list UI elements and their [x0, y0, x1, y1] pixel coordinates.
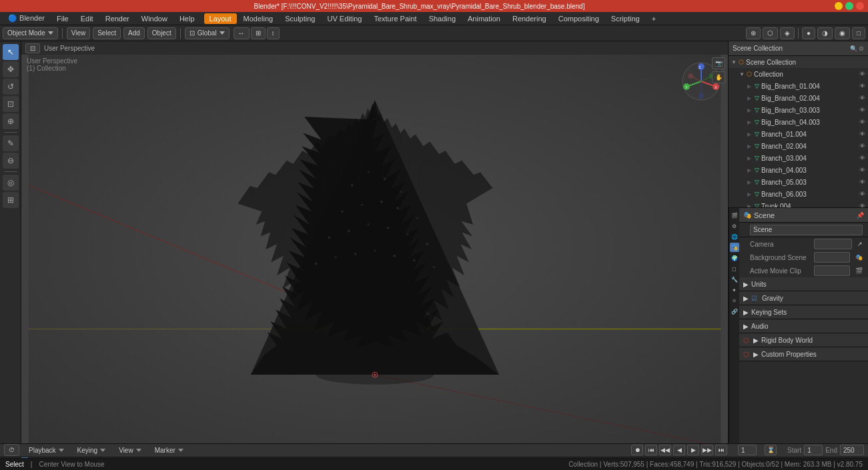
shading-render[interactable]: ◉	[835, 27, 850, 39]
timeline-type-btn[interactable]: ⏱	[4, 444, 19, 456]
toolbar-select[interactable]: Select	[93, 27, 121, 39]
outliner-item-branch5[interactable]: ▶ ▽ Branch_05.003 👁	[729, 176, 868, 188]
tab-animation[interactable]: Animation	[462, 13, 506, 24]
branch4-visibility[interactable]: 👁	[859, 167, 865, 173]
scale-tool-btn[interactable]: ⊡	[3, 96, 19, 112]
outliner-filter-btn[interactable]: 🔍	[850, 45, 857, 52]
audio-header[interactable]: ▶ Audio	[739, 319, 868, 333]
hand-btn[interactable]: ✋	[712, 71, 725, 83]
outliner-item-bigbranch4[interactable]: ▶ ▽ Big_Branch_04.003 👁	[729, 116, 868, 128]
minimize-button[interactable]	[835, 2, 843, 10]
object-props-icon[interactable]: ◻	[730, 264, 739, 273]
tab-uv-editing[interactable]: UV Editing	[322, 13, 367, 24]
toolbar-object[interactable]: Object	[147, 27, 176, 39]
add-object-btn[interactable]: ⊞	[3, 192, 19, 208]
toolbar-add[interactable]: Add	[123, 27, 145, 39]
branch5-visibility[interactable]: 👁	[859, 179, 865, 185]
cursor-tool-btn[interactable]: ◎	[3, 175, 19, 191]
next-frame-btn[interactable]: ▶▶	[701, 445, 713, 455]
vp-editor-type-btn[interactable]: ⊡	[25, 43, 40, 53]
bigbranch4-visibility[interactable]: 👁	[859, 119, 865, 125]
physics-props-icon[interactable]: ⚛	[730, 296, 739, 305]
scene-collection-item[interactable]: ▼ ⬡ Scene Collection	[729, 56, 868, 68]
select-tool-btn[interactable]: ↖	[3, 44, 19, 60]
jump-start-btn[interactable]: ⏮	[645, 445, 657, 455]
toolbar-view[interactable]: View	[67, 27, 91, 39]
outliner-item-bigbranch3[interactable]: ▶ ▽ Big_Branch_03.003 👁	[729, 104, 868, 116]
play-btn[interactable]: ▶	[687, 445, 699, 455]
outliner-item-branch6[interactable]: ▶ ▽ Branch_06.003 👁	[729, 188, 868, 200]
shading-material[interactable]: ◑	[817, 27, 833, 39]
output-props-icon[interactable]: ⚙	[730, 221, 739, 231]
bigbranch1-visibility[interactable]: 👁	[859, 83, 865, 89]
mode-selector[interactable]: Object Mode	[3, 27, 58, 39]
outliner-item-branch3[interactable]: ▶ ▽ Branch_03.004 👁	[729, 152, 868, 164]
transform-tool-btn[interactable]: ⊕	[3, 113, 19, 129]
menu-plus[interactable]: +	[646, 13, 661, 24]
current-frame-field[interactable]: 1	[738, 445, 757, 455]
custom-props-header[interactable]: ⬡ ▶ Custom Properties	[739, 347, 868, 361]
particle-props-icon[interactable]: ✦	[730, 285, 739, 295]
modifier-props-icon[interactable]: 🔧	[730, 275, 739, 284]
transform-btn-2[interactable]: ⊞	[251, 27, 266, 39]
menu-file[interactable]: File	[51, 13, 74, 24]
outliner-item-branch1[interactable]: ▶ ▽ Branch_01.004 👁	[729, 128, 868, 140]
outliner-item-branch2[interactable]: ▶ ▽ Branch_02.004 👁	[729, 140, 868, 152]
marker-menu[interactable]: Marker	[151, 444, 187, 456]
camera-props-btn[interactable]: ↗	[857, 241, 863, 247]
playback-menu[interactable]: Playback	[25, 444, 68, 456]
tab-layout[interactable]: Layout	[204, 13, 237, 24]
outliner-item-trunk[interactable]: ▶ ▽ Trunk.004 👁	[729, 200, 868, 207]
end-frame-field[interactable]: 250	[840, 445, 864, 455]
time-mode-btn[interactable]: ⌛	[765, 445, 777, 455]
overlay-btn[interactable]: ⬡	[763, 27, 778, 39]
bg-scene-props-btn[interactable]: 🎭	[855, 254, 863, 261]
movie-clip-value[interactable]	[814, 265, 850, 276]
transform-btn-1[interactable]: ↔	[234, 27, 250, 39]
gravity-checkbox[interactable]: ☑	[751, 295, 757, 302]
constraints-props-icon[interactable]: 🔗	[730, 307, 739, 316]
world-props-icon[interactable]: 🌍	[730, 253, 739, 263]
rotate-tool-btn[interactable]: ↺	[3, 79, 19, 95]
scene-name-value[interactable]: Scene	[750, 225, 863, 235]
transform-pivot[interactable]: ⊡ Global	[185, 27, 230, 39]
branch1-visibility[interactable]: 👁	[859, 131, 865, 137]
view-menu[interactable]: View	[115, 444, 145, 456]
trunk-visibility[interactable]: 👁	[859, 203, 865, 207]
menu-window[interactable]: Window	[136, 13, 173, 24]
branch6-visibility[interactable]: 👁	[859, 191, 865, 197]
outliner-settings-btn[interactable]: ⚙	[859, 45, 864, 52]
bigbranch2-visibility[interactable]: 👁	[859, 95, 865, 101]
tab-compositing[interactable]: Compositing	[553, 13, 604, 24]
tab-sculpting[interactable]: Sculpting	[280, 13, 320, 24]
menu-render[interactable]: Render	[100, 13, 135, 24]
menu-blender[interactable]: 🔵 Blender	[3, 13, 50, 24]
tab-shading[interactable]: Shading	[424, 13, 461, 24]
units-header[interactable]: ▶ Units	[739, 277, 868, 291]
start-frame-field[interactable]: 1	[804, 445, 823, 455]
outliner-item-branch4[interactable]: ▶ ▽ Branch_04.003 👁	[729, 164, 868, 176]
maximize-button[interactable]	[845, 2, 853, 10]
tab-scripting[interactable]: Scripting	[606, 13, 645, 24]
annotate-tool-btn[interactable]: ✎	[3, 135, 19, 151]
gizmo-btn[interactable]: ⊕	[746, 27, 761, 39]
scene-view[interactable]	[21, 55, 728, 443]
shading-solid[interactable]: ●	[802, 27, 815, 39]
branch3-visibility[interactable]: 👁	[859, 155, 865, 161]
shading-wireframe[interactable]: □	[852, 27, 865, 39]
keying-menu[interactable]: Keying	[73, 444, 110, 456]
close-button[interactable]	[856, 2, 864, 10]
render-props-icon[interactable]: 🎬	[730, 211, 739, 220]
properties-pin-btn[interactable]: 📌	[857, 212, 864, 219]
bigbranch3-visibility[interactable]: 👁	[859, 107, 865, 113]
menu-help[interactable]: Help	[174, 13, 200, 24]
measure-tool-btn[interactable]: ⊖	[3, 153, 19, 169]
outliner-item-bigbranch2[interactable]: ▶ ▽ Big_Branch_02.004 👁	[729, 92, 868, 104]
outliner-item-bigbranch1[interactable]: ▶ ▽ Big_Branch_01.004 👁	[729, 80, 868, 92]
collection-visibility[interactable]: 👁	[859, 71, 865, 77]
record-btn[interactable]: ⏺	[631, 445, 643, 455]
jump-end-btn[interactable]: ⏭	[715, 445, 727, 455]
viewport-3d[interactable]: ⊡ User Perspective User Perspective (1) …	[21, 41, 728, 443]
tab-modeling[interactable]: Modeling	[238, 13, 279, 24]
view-layer-props-icon[interactable]: 🌐	[730, 232, 739, 241]
